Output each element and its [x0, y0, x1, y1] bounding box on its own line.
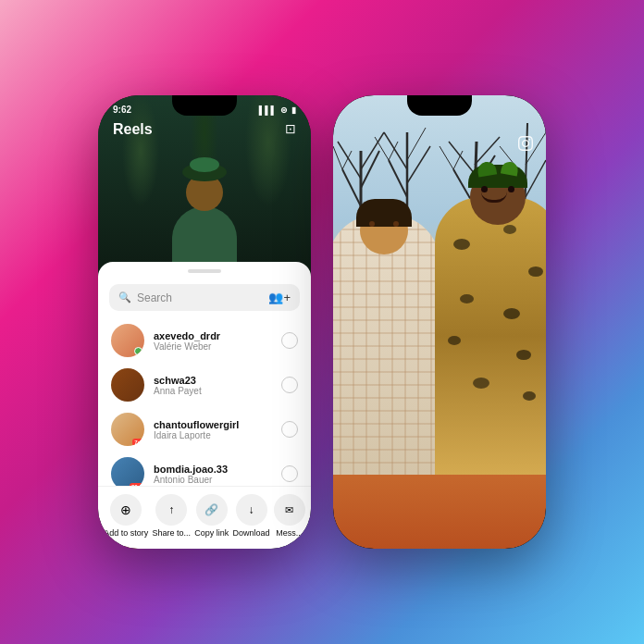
- notch-right: [407, 95, 472, 116]
- message-label: Mess...: [276, 528, 303, 538]
- battery-icon: ▮: [291, 105, 296, 115]
- add-people-icon[interactable]: 👥+: [268, 291, 291, 304]
- share-label: Share to...: [152, 528, 191, 538]
- contact-info: bomdia.joao.33 Antonio Bauer: [154, 464, 272, 485]
- download-icon: ↓: [236, 494, 267, 526]
- status-icons: ▌▌▌ ⊜ ▮: [259, 105, 296, 115]
- phone-left: 9:62 ▌▌▌ ⊜ ▮ Reels ⊡ 🔍 Search 👥+: [98, 95, 311, 549]
- time-display: 9:62: [113, 105, 131, 115]
- share-to-action[interactable]: ↑ Share to...: [152, 494, 191, 538]
- signal-icon: ▌▌▌: [259, 105, 277, 115]
- add-story-label: Add to story: [104, 528, 148, 538]
- svg-line-18: [475, 137, 500, 165]
- svg-line-6: [342, 151, 352, 169]
- svg-line-11: [407, 128, 426, 160]
- phone-right-screen: [333, 95, 546, 549]
- avatar: 7m: [111, 413, 144, 446]
- phone-left-screen: 9:62 ▌▌▌ ⊜ ▮ Reels ⊡ 🔍 Search 👥+: [98, 95, 311, 549]
- select-circle[interactable]: [281, 421, 298, 438]
- contact-name: Valérie Weber: [154, 341, 272, 352]
- contact-info: axevedo_drdr Valérie Weber: [154, 330, 272, 352]
- link-icon: 🔗: [196, 494, 228, 526]
- camera-icon[interactable]: ⊡: [285, 121, 296, 136]
- phone-right: [333, 95, 546, 549]
- select-circle[interactable]: [281, 332, 298, 349]
- contact-name: Antonio Bauer: [154, 475, 272, 485]
- select-circle[interactable]: [281, 465, 298, 482]
- share-icon: ↑: [155, 494, 187, 526]
- reels-title: Reels: [113, 121, 153, 138]
- contact-name: Idaira Laporte: [154, 430, 272, 440]
- notch-left: [172, 95, 237, 116]
- contact-item[interactable]: schwa23 Anna Payet: [98, 363, 311, 407]
- add-story-icon: ⊕: [110, 494, 142, 526]
- avatar: [111, 324, 144, 357]
- copy-link-label: Copy link: [194, 528, 229, 538]
- wifi-icon: ⊜: [280, 105, 288, 115]
- svg-line-5: [333, 146, 342, 169]
- person2: [435, 169, 546, 475]
- contact-item[interactable]: 7m chantouflowergirl Idaira Laporte: [98, 407, 311, 452]
- svg-line-10: [384, 132, 407, 169]
- contact-info: chantouflowergirl Idaira Laporte: [154, 419, 272, 440]
- svg-line-13: [389, 142, 398, 160]
- contact-username: axevedo_drdr: [154, 330, 272, 341]
- share-sheet: 🔍 Search 👥+ axevedo_drdr Valérie Weber: [98, 262, 311, 549]
- contact-username: chantouflowergirl: [154, 419, 272, 430]
- contact-item[interactable]: axevedo_drdr Valérie Weber: [98, 318, 311, 363]
- online-indicator: [134, 347, 142, 355]
- photo-content: [333, 95, 546, 549]
- instagram-watermark: [518, 136, 533, 154]
- instagram-icon: [518, 136, 533, 151]
- select-circle[interactable]: [281, 377, 298, 393]
- message-icon: ✉: [274, 494, 305, 526]
- add-to-story-action[interactable]: ⊕ Add to story: [104, 494, 148, 538]
- svg-line-2: [361, 151, 379, 188]
- search-icon: 🔍: [118, 291, 131, 303]
- svg-line-19: [440, 146, 453, 169]
- svg-line-3: [338, 142, 361, 179]
- contact-username: bomdia.joao.33: [154, 464, 272, 475]
- search-placeholder: Search: [137, 291, 172, 304]
- action-bar: ⊕ Add to story ↑ Share to... 🔗 Copy link…: [98, 486, 311, 549]
- contact-username: schwa23: [154, 375, 272, 386]
- svg-line-9: [407, 146, 430, 183]
- contact-name: Anna Payet: [154, 386, 272, 396]
- avatar: [111, 368, 144, 402]
- download-action[interactable]: ↓ Download: [233, 494, 270, 538]
- sheet-handle: [188, 269, 221, 273]
- download-label: Download: [233, 528, 270, 538]
- time-badge: 7m: [132, 439, 144, 446]
- search-bar[interactable]: 🔍 Search 👥+: [109, 284, 300, 311]
- copy-link-action[interactable]: 🔗 Copy link: [194, 494, 229, 538]
- message-action[interactable]: ✉ Mess...: [274, 494, 305, 538]
- person1: [333, 197, 440, 475]
- contact-info: schwa23 Anna Payet: [154, 375, 272, 396]
